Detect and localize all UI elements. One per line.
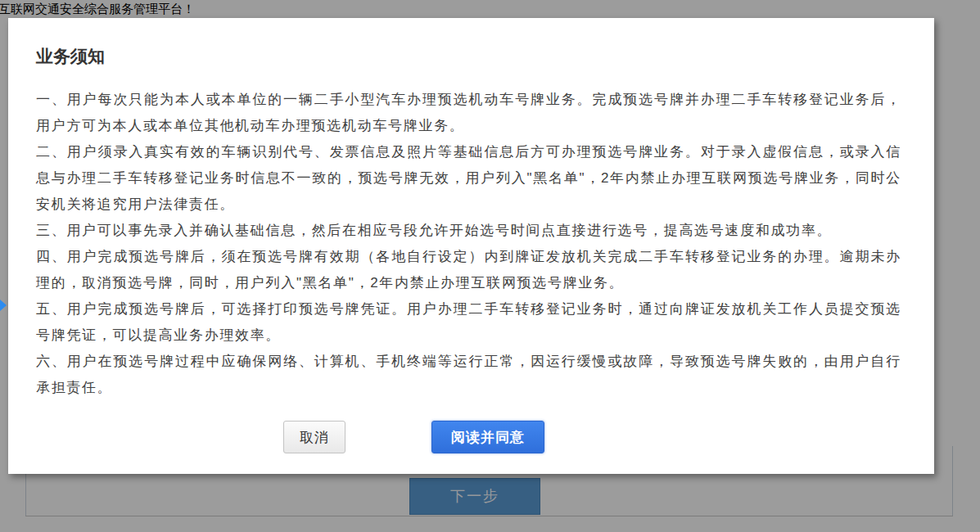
notice-paragraph: 二、用户须录入真实有效的车辆识别代号、发票信息及照片等基础信息后方可办理预选号牌… [36,139,901,218]
left-edge-arrow-icon [0,300,7,311]
notice-text: 一、用户每次只能为本人或本单位的一辆二手小型汽车办理预选机动车号牌业务。完成预选… [36,87,901,401]
notice-paragraph: 六、用户在预选号牌过程中应确保网络、计算机、手机终端等运行正常，因运行缓慢或故障… [36,349,901,401]
notice-paragraph: 三、用户可以事先录入并确认基础信息，然后在相应号段允许开始选号时间点直接进行选号… [36,218,901,244]
notice-paragraph: 五、用户完成预选号牌后，可选择打印预选号牌凭证。用户办理二手车转移登记业务时，通… [36,296,901,349]
notice-paragraph: 四、用户完成预选号牌后，须在预选号牌有效期（各地自行设定）内到牌证发放机关完成二… [36,244,901,296]
modal-title: 业务须知 [36,45,901,68]
notice-modal: 业务须知 一、用户每次只能为本人或本单位的一辆二手小型汽车办理预选机动车号牌业务… [8,18,934,474]
cancel-button[interactable]: 取消 [283,421,345,453]
agree-button[interactable]: 阅读并同意 [431,421,544,453]
notice-paragraph: 一、用户每次只能为本人或本单位的一辆二手小型汽车办理预选机动车号牌业务。完成预选… [36,87,901,139]
